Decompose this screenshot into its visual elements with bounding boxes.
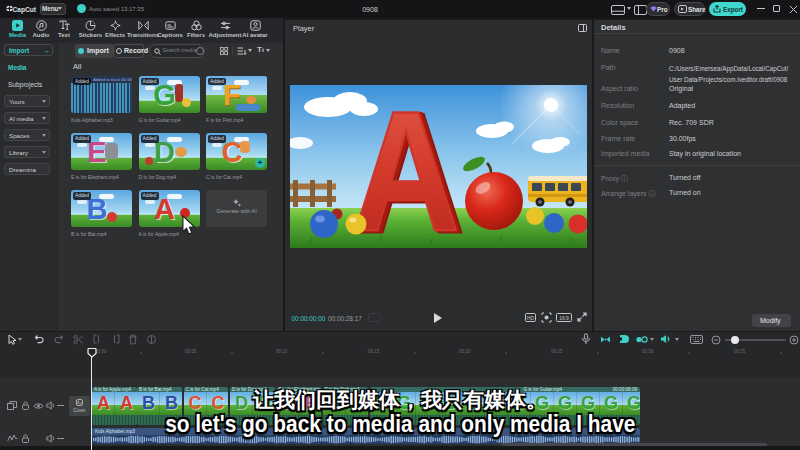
svg-text:HD: HD bbox=[527, 315, 535, 321]
svg-text:16:9: 16:9 bbox=[559, 315, 569, 321]
svg-text:A: A bbox=[352, 85, 459, 248]
